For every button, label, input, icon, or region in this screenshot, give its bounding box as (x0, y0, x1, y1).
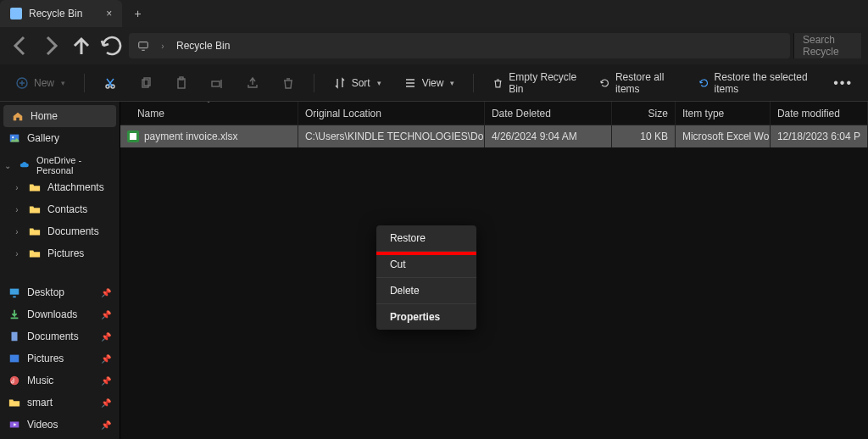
download-icon (8, 308, 20, 320)
sort-button[interactable]: Sort ▾ (330, 71, 385, 95)
column-name[interactable]: ˄Name (120, 102, 298, 125)
folder-icon (29, 203, 41, 215)
sidebar-item-videos[interactable]: Videos 📌 (0, 414, 120, 436)
context-item-cut[interactable]: Cut (376, 252, 476, 278)
chevron-right-icon[interactable]: › (12, 249, 22, 258)
rename-button[interactable] (207, 71, 227, 95)
empty-recycle-bin-button[interactable]: Empty Recycle Bin (489, 71, 581, 95)
column-date-modified[interactable]: Date modified (771, 102, 868, 125)
search-placeholder: Search Recycle (803, 34, 853, 58)
chevron-right-icon[interactable]: › (12, 227, 22, 236)
address-bar[interactable]: › Recycle Bin (129, 33, 790, 58)
forward-button[interactable] (37, 34, 64, 58)
share-button[interactable] (242, 71, 263, 95)
search-input[interactable]: Search Recycle (793, 33, 861, 58)
music-icon (8, 375, 20, 386)
svg-point-10 (12, 136, 14, 138)
sidebar-group-onedrive: ⌄ OneDrive - Personal › Attachments › Co… (0, 149, 120, 270)
delete-button[interactable] (278, 71, 298, 95)
sidebar-item-home[interactable]: Home (3, 105, 116, 127)
address-path: Recycle Bin (176, 40, 230, 52)
document-icon (8, 331, 20, 342)
recycle-bin-icon (10, 8, 22, 19)
toolbar-separator (84, 74, 85, 92)
refresh-button[interactable] (98, 34, 125, 58)
chevron-down-icon: ▾ (61, 79, 65, 87)
close-tab-button[interactable]: × (106, 8, 112, 19)
main-pane: Home Gallery ⌄ OneDrive - Personal › Att… (0, 102, 868, 439)
sidebar-item-desktop[interactable]: Desktop 📌 (0, 281, 120, 303)
pin-icon: 📌 (101, 288, 111, 297)
sidebar-item-pictures[interactable]: › Pictures (0, 242, 120, 264)
file-list: ˄Name Original Location Date Deleted Siz… (120, 102, 868, 439)
pin-icon: 📌 (101, 310, 111, 320)
xlsx-file-icon (127, 131, 139, 142)
context-menu: Restore Cut Delete Properties (376, 225, 476, 330)
file-original-location: C:\Users\KINDLE TECHNOLOGIES\Documents (305, 131, 485, 142)
nav-bar: › Recycle Bin Search Recycle (0, 27, 868, 64)
cut-button[interactable] (100, 71, 120, 95)
sidebar: Home Gallery ⌄ OneDrive - Personal › Att… (0, 102, 120, 439)
copy-button[interactable] (136, 71, 156, 95)
cloud-icon (19, 159, 30, 171)
toolbar-separator (314, 74, 314, 92)
context-item-delete[interactable]: Delete (376, 278, 476, 304)
toolbar-separator (473, 74, 474, 92)
back-button[interactable] (7, 34, 34, 58)
sidebar-item-onedrive[interactable]: ⌄ OneDrive - Personal (0, 154, 120, 176)
sidebar-item-music[interactable]: Music 📌 (0, 370, 120, 392)
file-date-deleted: 4/26/2024 9:04 AM (492, 131, 577, 142)
chevron-down-icon[interactable]: ⌄ (3, 161, 13, 170)
sidebar-item-attachments[interactable]: › Attachments (0, 176, 120, 198)
pin-icon: 📌 (101, 376, 111, 386)
file-size: 10 KB (640, 131, 668, 142)
sidebar-item-documents-pinned[interactable]: Documents 📌 (0, 325, 120, 347)
folder-icon (29, 225, 41, 237)
context-item-restore[interactable]: Restore (376, 225, 476, 252)
folder-icon (8, 397, 20, 408)
more-button[interactable]: ••• (830, 71, 856, 95)
sidebar-item-contacts[interactable]: › Contacts (0, 198, 120, 220)
column-headers[interactable]: ˄Name Original Location Date Deleted Siz… (120, 102, 868, 125)
pin-icon: 📌 (101, 332, 111, 342)
pictures-icon (8, 353, 20, 364)
sidebar-item-pictures-pinned[interactable]: Pictures 📌 (0, 347, 120, 370)
column-size[interactable]: Size (612, 102, 676, 125)
view-button[interactable]: View ▾ (400, 71, 459, 95)
chevron-right-icon[interactable]: › (12, 183, 22, 192)
pin-icon: 📌 (101, 420, 111, 430)
svg-rect-11 (10, 289, 19, 295)
svg-rect-13 (10, 355, 19, 363)
window-tab[interactable]: Recycle Bin × (0, 0, 122, 27)
svg-rect-8 (212, 81, 220, 86)
column-date-deleted[interactable]: Date Deleted (485, 102, 612, 125)
pin-icon: 📌 (101, 354, 111, 364)
paste-button[interactable] (171, 71, 192, 95)
up-button[interactable] (68, 34, 95, 58)
sidebar-item-documents[interactable]: › Documents (0, 220, 120, 242)
svg-rect-12 (12, 332, 18, 342)
table-row[interactable]: payment invoice.xlsx C:\Users\KINDLE TEC… (120, 125, 868, 147)
file-name: payment invoice.xlsx (144, 131, 238, 142)
restore-selected-button[interactable]: Restore the selected items (695, 71, 815, 95)
column-item-type[interactable]: Item type (676, 102, 771, 125)
desktop-icon (8, 286, 20, 298)
svg-rect-0 (139, 42, 148, 48)
sidebar-item-downloads[interactable]: Downloads 📌 (0, 303, 120, 325)
home-icon (12, 110, 24, 122)
pin-icon: 📌 (101, 398, 111, 408)
sort-caret-icon: ˄ (207, 102, 210, 108)
restore-all-button[interactable]: Restore all items (596, 71, 680, 95)
column-original-location[interactable]: Original Location (298, 102, 485, 125)
video-icon (8, 419, 20, 431)
chevron-right-icon[interactable]: › (12, 205, 22, 214)
chevron-down-icon: ▾ (377, 79, 381, 87)
sidebar-item-smart[interactable]: smart 📌 (0, 392, 120, 414)
new-tab-button[interactable]: + (122, 7, 153, 20)
context-item-properties[interactable]: Properties (376, 304, 476, 330)
chevron-down-icon: ▾ (450, 79, 454, 87)
new-button[interactable]: New ▾ (12, 71, 69, 95)
sidebar-item-gallery[interactable]: Gallery (0, 127, 120, 149)
breadcrumb-chevron-icon: › (158, 42, 168, 51)
gallery-icon (8, 132, 20, 144)
